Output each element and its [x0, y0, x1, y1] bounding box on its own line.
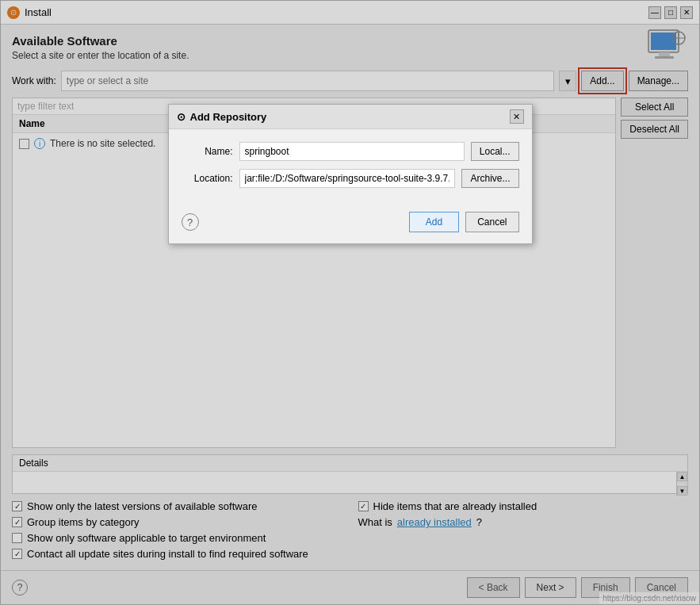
dialog-name-input[interactable]	[239, 142, 465, 161]
archive-button[interactable]: Archive...	[461, 169, 518, 188]
dialog-close-button[interactable]: ✕	[510, 109, 524, 124]
dialog-overlay: ⊙ Add Repository ✕ Name: Local... Locati…	[1, 1, 699, 604]
dialog-location-input[interactable]	[239, 169, 456, 188]
dialog-location-label: Location:	[182, 173, 233, 184]
dialog-title-icon: ⊙	[177, 111, 186, 123]
dialog-cancel-button[interactable]: Cancel	[465, 212, 518, 232]
dialog-name-label: Name:	[182, 146, 233, 157]
dialog-help-button[interactable]: ?	[182, 213, 199, 231]
dialog-title-text: ⊙ Add Repository	[177, 111, 267, 123]
dialog-add-button[interactable]: Add	[409, 212, 459, 232]
dialog-location-row: Location: Archive...	[182, 169, 519, 188]
local-button[interactable]: Local...	[471, 142, 519, 161]
dialog-actions: Add Cancel	[409, 212, 519, 232]
dialog-name-row: Name: Local...	[182, 142, 519, 161]
dialog-footer: ? Add Cancel	[169, 205, 532, 243]
add-repository-dialog: ⊙ Add Repository ✕ Name: Local... Locati…	[168, 104, 533, 244]
dialog-title-bar: ⊙ Add Repository ✕	[169, 105, 532, 129]
dialog-body: Name: Local... Location: Archive...	[169, 129, 532, 205]
dialog-title: Add Repository	[190, 111, 267, 123]
main-window: ⊙ Install — □ ✕ Available Software Selec…	[0, 0, 700, 605]
